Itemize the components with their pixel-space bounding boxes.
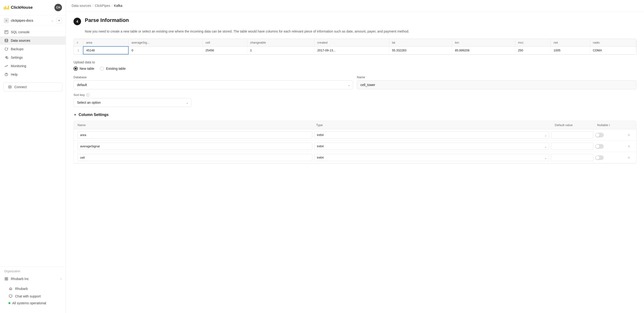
col-header-cell: cell xyxy=(202,39,247,47)
breadcrumb-sep-2: / xyxy=(112,4,112,8)
col-default-averagesignal[interactable] xyxy=(551,143,593,150)
column-settings-header[interactable]: ▼ Column Settings xyxy=(74,113,636,117)
column-row-averagesignal: Int64 ✕ xyxy=(74,141,636,152)
breadcrumb-kafka: Kafka xyxy=(114,4,122,8)
database-label: Database xyxy=(74,75,353,79)
nullable-info-icon[interactable]: i xyxy=(609,123,610,127)
workspace-name: clickpipes-docs xyxy=(11,19,33,22)
table-row: 1 45148 0 25456 1 2017-09-13... 55.33228… xyxy=(74,47,636,54)
cell-created: 2017-09-13... xyxy=(314,47,389,54)
col-name-area[interactable] xyxy=(78,131,312,139)
col-nullable-averagesignal[interactable] xyxy=(595,144,604,149)
svg-point-1 xyxy=(5,39,8,40)
workspace-icon: ≡ xyxy=(4,18,9,23)
svg-rect-6 xyxy=(6,277,8,278)
sql-console-label: SQL console xyxy=(11,30,30,34)
settings-label: Settings xyxy=(11,56,23,59)
col-delete-cell[interactable]: ✕ xyxy=(626,156,632,160)
cell-net: 1005 xyxy=(551,47,590,54)
breadcrumb-data-sources[interactable]: Data sources xyxy=(72,4,91,8)
column-row-cell: Int64 ✕ xyxy=(74,152,636,163)
connect-button[interactable]: Connect xyxy=(3,83,62,92)
org-icon xyxy=(4,277,8,281)
logo-bar-1 xyxy=(4,7,5,10)
sql-console-icon xyxy=(4,30,8,34)
col-delete-area[interactable]: ✕ xyxy=(626,133,632,137)
col-type-select-averagesignal[interactable]: Int64 xyxy=(314,143,549,150)
org-chevron-icon: › xyxy=(60,277,62,280)
svg-rect-7 xyxy=(5,279,6,280)
preview-table-container: # area averageSig... cell changeable cre… xyxy=(74,39,636,55)
col-type-select-area[interactable]: Int64 xyxy=(314,131,549,139)
rhubarb-item[interactable]: Rhubarb xyxy=(8,285,57,293)
upload-label: Upload data to xyxy=(74,60,636,64)
col-type-select-cell[interactable]: Int64 xyxy=(314,154,549,161)
col-header-net: net xyxy=(551,39,590,47)
col-name-cell[interactable] xyxy=(78,154,312,161)
col-header-lat: lat xyxy=(389,39,452,47)
breadcrumb-clickpipes[interactable]: ClickPipes xyxy=(95,4,110,8)
cell-lat: 55.332283 xyxy=(389,47,452,54)
sort-key-info-icon[interactable]: i xyxy=(86,93,90,97)
col-header-changeable: changeable xyxy=(247,39,314,47)
radio-group: New table Existing table xyxy=(74,67,636,71)
col-header-averagesig: averageSig... xyxy=(128,39,202,47)
col-header-delete xyxy=(626,123,632,127)
org-item[interactable]: Rhubarb Inc › xyxy=(4,275,62,283)
workspace-selector[interactable]: ≡ clickpipes-docs ⌄ + xyxy=(0,15,66,26)
help-label: Help xyxy=(11,73,18,76)
sidebar-item-backups[interactable]: Backups xyxy=(0,45,66,53)
sidebar-item-help[interactable]: Help xyxy=(0,70,66,79)
sidebar-item-settings[interactable]: Settings xyxy=(0,53,66,62)
col-default-area[interactable] xyxy=(551,131,593,139)
database-select[interactable]: default xyxy=(74,80,353,89)
col-header-created: created xyxy=(314,39,389,47)
radio-new-table[interactable]: New table xyxy=(74,67,94,71)
org-label: Organization xyxy=(4,270,62,273)
sidebar-header: ClickHouse CH xyxy=(0,0,66,15)
col-delete-averagesignal[interactable]: ✕ xyxy=(626,144,632,148)
sort-key-select[interactable]: Select an option xyxy=(74,98,191,107)
logo-bars-icon xyxy=(4,6,9,10)
name-input[interactable] xyxy=(357,80,636,89)
system-status-label: All systems operational xyxy=(12,301,46,305)
sidebar-item-data-sources[interactable]: Data sources xyxy=(0,36,66,45)
backups-icon xyxy=(4,47,8,51)
sidebar: ClickHouse CH ≡ clickpipes-docs ⌄ + SQL … xyxy=(0,0,66,313)
chat-support-button[interactable]: Chat with support xyxy=(8,293,57,300)
help-icon xyxy=(4,72,8,77)
database-select-wrapper: default xyxy=(74,80,353,89)
col-header-type: Type xyxy=(316,123,555,127)
col-header-nullable: Nullable i xyxy=(597,123,626,127)
step-number: 4 xyxy=(74,18,81,25)
sidebar-item-sql-console[interactable]: SQL console xyxy=(0,28,66,36)
sidebar-item-monitoring[interactable]: Monitoring xyxy=(0,62,66,70)
backups-label: Backups xyxy=(11,47,24,51)
form-row-db-name: Database default Name xyxy=(74,75,636,89)
col-name-averagesignal[interactable] xyxy=(78,143,312,150)
col-header-name: Name xyxy=(78,123,316,127)
data-sources-label: Data sources xyxy=(11,39,30,43)
cell-cell: 25456 xyxy=(202,47,247,54)
sidebar-bottom: Organization Rhubarb Inc › xyxy=(0,266,66,313)
breadcrumb-sep-1: / xyxy=(92,4,93,8)
sort-key-label-text: Sort key xyxy=(74,93,85,97)
col-header-radio: radio xyxy=(590,39,636,47)
svg-rect-8 xyxy=(6,279,8,280)
col-nullable-area[interactable] xyxy=(595,133,604,137)
avatar[interactable]: CH xyxy=(54,4,62,11)
cell-lon: 85.899208 xyxy=(452,47,515,54)
chat-icon xyxy=(8,294,13,298)
monitoring-label: Monitoring xyxy=(11,64,26,68)
radio-existing-table[interactable]: Existing table xyxy=(100,67,126,71)
logo-bar-2 xyxy=(5,6,6,10)
name-field-group: Name xyxy=(357,75,636,89)
cell-radio: CDMA xyxy=(590,47,636,54)
svg-rect-5 xyxy=(5,277,6,278)
col-header-area: area xyxy=(83,39,128,47)
status-dot-icon xyxy=(8,302,10,304)
system-status: All systems operational xyxy=(8,300,57,306)
add-workspace-button[interactable]: + xyxy=(56,18,62,23)
col-default-cell[interactable] xyxy=(551,154,593,161)
col-nullable-cell[interactable] xyxy=(595,155,604,160)
